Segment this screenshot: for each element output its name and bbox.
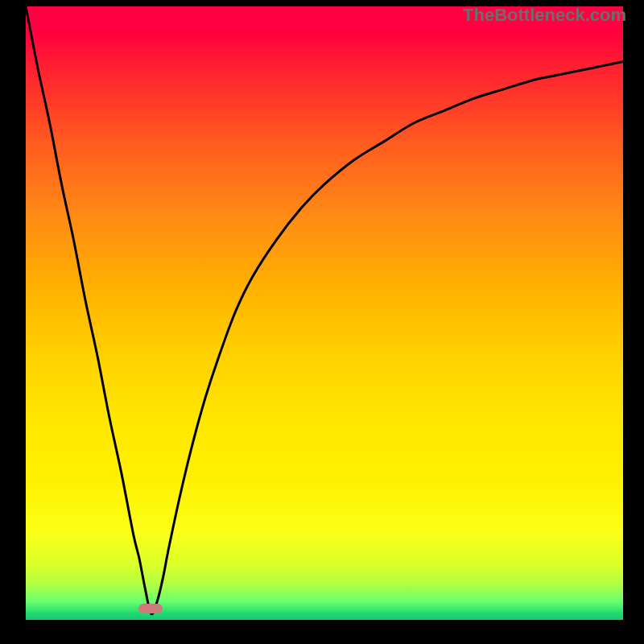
chart-frame: TheBottleneck.com bbox=[0, 0, 644, 644]
plot-area bbox=[26, 6, 623, 620]
curve-path bbox=[26, 6, 623, 614]
optimum-marker bbox=[138, 604, 163, 613]
watermark-text: TheBottleneck.com bbox=[463, 5, 626, 26]
bottleneck-curve bbox=[26, 6, 623, 620]
